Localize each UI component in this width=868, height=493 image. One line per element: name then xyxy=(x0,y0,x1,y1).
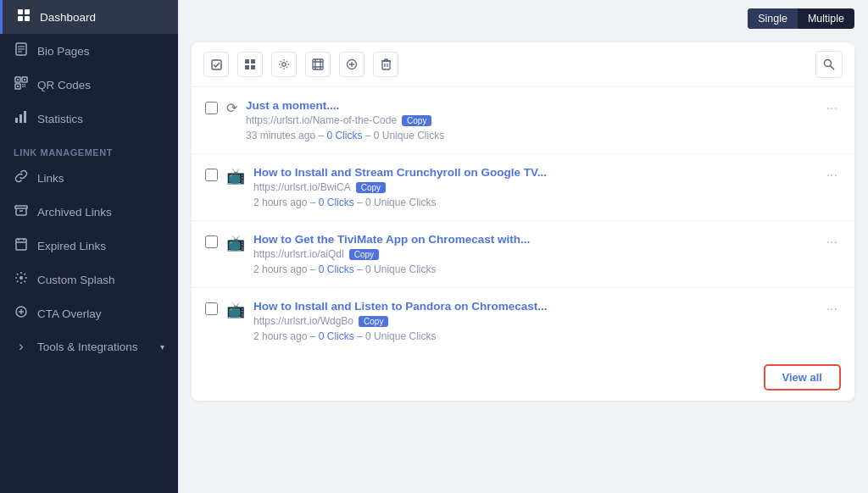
svg-rect-14 xyxy=(22,84,24,86)
link-url: https://urlsrt.io/aiQdl xyxy=(253,248,344,260)
links-icon xyxy=(14,169,29,186)
sidebar-item-archived-links[interactable]: Archived Links xyxy=(0,195,178,229)
link-url: https://urlsrt.io/WdgBo xyxy=(253,315,353,327)
link-info: How to Get the TiviMate App on Chromecas… xyxy=(253,233,815,275)
sidebar: Dashboard Bio Pages QR Codes Statistics … xyxy=(0,0,178,493)
clicks-link[interactable]: 0 Clicks xyxy=(319,263,354,275)
links-card: ⟳ Just a moment.... https://urlsrt.io/Na… xyxy=(192,42,854,401)
sidebar-item-qr-codes[interactable]: QR Codes xyxy=(0,68,178,102)
svg-rect-21 xyxy=(15,206,27,208)
link-url-row: https://urlsrt.io/BwiCA Copy xyxy=(253,181,815,193)
link-info: How to Install and Listen to Pandora on … xyxy=(253,300,815,342)
clicks-link[interactable]: 0 Clicks xyxy=(326,130,362,141)
multiple-toggle-btn[interactable]: Multiple xyxy=(798,8,854,29)
link-title[interactable]: How to Install and Listen to Pandora on … xyxy=(253,300,815,313)
svg-rect-19 xyxy=(19,114,22,123)
link-checkbox[interactable] xyxy=(205,102,218,114)
svg-line-49 xyxy=(831,66,835,70)
link-url: https://urlsrt.io/BwiCA xyxy=(253,181,351,193)
svg-rect-45 xyxy=(382,61,390,69)
link-checkbox[interactable] xyxy=(205,169,218,181)
svg-rect-17 xyxy=(25,86,26,88)
link-url-row: https://urlsrt.io/Name-of-the-Code Copy xyxy=(246,114,815,126)
toolbar-settings-icon[interactable] xyxy=(271,52,297,77)
sidebar-label-qr-codes: QR Codes xyxy=(37,79,91,91)
link-item: 📺 How to Install and Stream Crunchyroll … xyxy=(192,154,854,221)
link-menu-button[interactable]: ··· xyxy=(823,235,841,250)
custom-splash-icon xyxy=(14,271,29,288)
clicks-link[interactable]: 0 Clicks xyxy=(319,197,354,208)
single-toggle-btn[interactable]: Single xyxy=(748,8,798,29)
link-meta: 2 hours ago – 0 Clicks – 0 Unique Clicks xyxy=(253,330,815,342)
toolbar-checkbox-icon[interactable] xyxy=(203,52,229,77)
sidebar-label-statistics: Statistics xyxy=(37,113,83,125)
bio-pages-icon xyxy=(14,42,29,59)
link-checkbox[interactable] xyxy=(205,235,218,248)
svg-rect-11 xyxy=(17,79,19,80)
svg-point-27 xyxy=(19,276,23,280)
toolbar-delete-icon[interactable] xyxy=(373,52,398,77)
link-menu-button[interactable]: ··· xyxy=(823,101,841,116)
link-menu-button[interactable]: ··· xyxy=(823,302,841,317)
view-all-button[interactable]: View all xyxy=(764,364,841,391)
sidebar-item-links[interactable]: Links xyxy=(0,161,178,195)
sidebar-label-bio-pages: Bio Pages xyxy=(37,45,90,58)
svg-rect-32 xyxy=(245,59,249,64)
main-content: Single Multiple xyxy=(178,0,868,493)
link-info: Just a moment.... https://urlsrt.io/Name… xyxy=(246,99,815,141)
copy-badge[interactable]: Copy xyxy=(356,182,386,193)
archived-links-icon xyxy=(14,203,29,220)
sidebar-item-custom-splash[interactable]: Custom Splash xyxy=(0,263,178,296)
tools-icon: › xyxy=(14,339,29,354)
svg-rect-18 xyxy=(15,118,18,123)
sidebar-label-cta-overlay: CTA Overlay xyxy=(37,307,102,320)
toolbar-grid-icon[interactable] xyxy=(237,52,263,77)
link-thumbnail: 📺 xyxy=(226,301,245,319)
copy-badge[interactable]: Copy xyxy=(359,316,388,327)
dashboard-icon xyxy=(16,8,31,25)
svg-rect-31 xyxy=(212,60,221,69)
toolbar-tag-icon[interactable] xyxy=(305,52,331,77)
sidebar-item-tools-integrations[interactable]: › Tools & Integrations ▾ xyxy=(0,330,178,363)
copy-badge[interactable]: Copy xyxy=(402,115,431,126)
sidebar-item-dashboard[interactable]: Dashboard xyxy=(0,0,178,34)
sidebar-item-bio-pages[interactable]: Bio Pages xyxy=(0,34,178,68)
top-bar: Single Multiple xyxy=(178,0,868,29)
link-checkbox[interactable] xyxy=(205,302,218,315)
link-meta: 2 hours ago – 0 Clicks – 0 Unique Clicks xyxy=(253,263,815,275)
sidebar-label-custom-splash: Custom Splash xyxy=(37,274,115,286)
link-meta: 33 minutes ago – 0 Clicks – 0 Unique Cli… xyxy=(246,130,815,141)
cta-overlay-icon xyxy=(14,305,29,322)
clicks-link[interactable]: 0 Clicks xyxy=(319,330,354,342)
sidebar-item-statistics[interactable]: Statistics xyxy=(0,102,178,136)
qr-codes-icon xyxy=(14,76,29,93)
svg-rect-23 xyxy=(16,239,26,250)
link-item: 📺 How to Get the TiviMate App on Chromec… xyxy=(192,221,854,288)
sidebar-label-dashboard: Dashboard xyxy=(40,11,96,24)
statistics-icon xyxy=(14,110,29,127)
search-button[interactable] xyxy=(815,51,843,78)
link-title[interactable]: Just a moment.... xyxy=(246,99,815,112)
link-info: How to Install and Stream Crunchyroll on… xyxy=(253,166,815,208)
sidebar-item-cta-overlay[interactable]: CTA Overlay xyxy=(0,296,178,330)
svg-rect-12 xyxy=(24,79,25,80)
link-meta: 2 hours ago – 0 Clicks – 0 Unique Clicks xyxy=(253,197,815,208)
svg-rect-15 xyxy=(25,84,26,86)
link-url-row: https://urlsrt.io/aiQdl Copy xyxy=(253,248,815,260)
link-item: 📺 How to Install and Listen to Pandora o… xyxy=(192,288,854,354)
toolbar-archive-icon[interactable] xyxy=(339,52,364,77)
link-title[interactable]: How to Get the TiviMate App on Chromecas… xyxy=(253,233,815,246)
link-thumbnail: 📺 xyxy=(226,167,245,186)
copy-badge[interactable]: Copy xyxy=(349,249,379,260)
sidebar-item-expired-links[interactable]: Expired Links xyxy=(0,229,178,263)
svg-rect-37 xyxy=(313,59,323,69)
link-thumbnail: 📺 xyxy=(226,234,245,252)
link-menu-button[interactable]: ··· xyxy=(823,168,841,183)
link-list: ⟳ Just a moment.... https://urlsrt.io/Na… xyxy=(192,87,854,354)
svg-rect-1 xyxy=(25,9,30,14)
link-title[interactable]: How to Install and Stream Crunchyroll on… xyxy=(253,166,815,179)
svg-rect-2 xyxy=(18,16,23,21)
link-url-row: https://urlsrt.io/WdgBo Copy xyxy=(253,315,815,327)
svg-rect-33 xyxy=(251,59,255,64)
svg-rect-0 xyxy=(18,9,23,14)
